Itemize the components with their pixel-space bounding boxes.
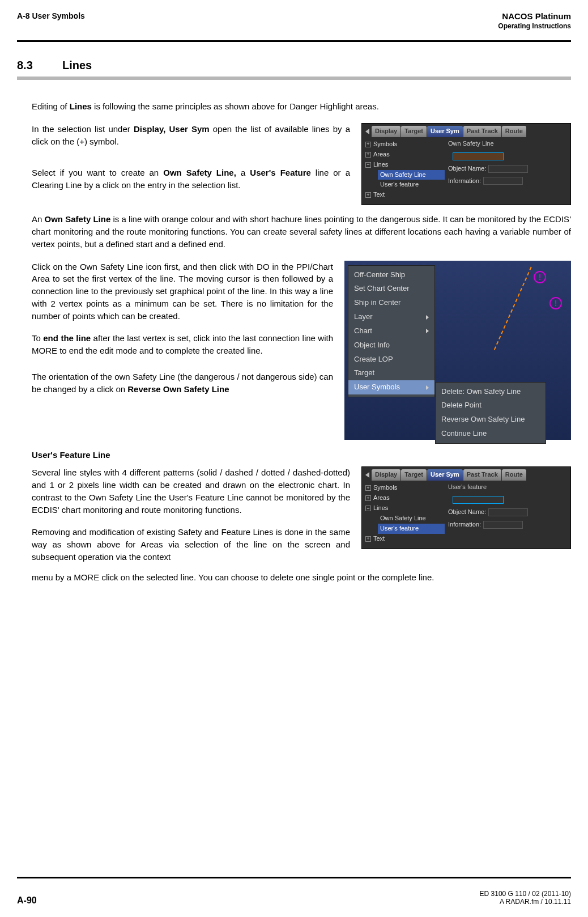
menu-layer[interactable]: Layer: [348, 310, 434, 324]
header-right: NACOS Platinum Operating Instructions: [498, 11, 571, 30]
submenu-continue-line[interactable]: Continue Line: [436, 427, 546, 441]
ui-panel-lines-own: Display Target User Sym Past Track Route…: [361, 123, 571, 206]
para-display-list: In the selection list under Display, Use…: [32, 123, 350, 148]
tree-symbols[interactable]: +Symbols: [365, 139, 445, 150]
information-input[interactable]: [483, 177, 523, 185]
menu-target[interactable]: Target: [348, 366, 434, 380]
subheading-user-feature: User's Feature Line: [32, 449, 571, 461]
section-heading: 8.3 Lines: [17, 59, 571, 72]
para-own-safety-def: An Own Safety Line is a line with orange…: [32, 213, 571, 250]
plus-icon[interactable]: +: [365, 485, 371, 491]
collapse-arrow-icon[interactable]: [365, 129, 369, 134]
file-id: A RADAR.fm / 10.11.11: [480, 898, 571, 906]
plus-icon[interactable]: +: [365, 536, 371, 542]
tab-target[interactable]: Target: [401, 126, 427, 137]
ui-panel-lines-feature: Display Target User Sym Past Track Route…: [361, 466, 571, 549]
menu-chart[interactable]: Chart: [348, 324, 434, 338]
submenu-delete-point[interactable]: Delete Point: [436, 398, 546, 413]
line-preview-icon[interactable]: [453, 496, 504, 504]
tab-target[interactable]: Target: [401, 469, 427, 481]
plus-icon[interactable]: +: [365, 495, 371, 501]
submenu-arrow-icon: [426, 385, 429, 390]
intro-para: Editing of Lines is following the same p…: [32, 100, 571, 113]
footer-rule: [17, 877, 571, 878]
doc-id: ED 3100 G 110 / 02 (2011-10): [480, 890, 571, 898]
section-rule: [17, 77, 571, 80]
tree-own-safety-line[interactable]: Own Safety Line: [378, 170, 445, 180]
context-submenu: Delete: Own Safety Line Delete Point Rev…: [435, 382, 546, 444]
exclamation-marker-icon: !: [549, 297, 562, 309]
collapse-arrow-icon[interactable]: [365, 472, 369, 478]
para-feature-desc: Several line styles with 4 different pat…: [32, 466, 350, 516]
header-left: A-8 User Symbols: [17, 11, 85, 20]
object-name-input[interactable]: [488, 508, 528, 516]
para-click-vertex: Click on the Own Safety Line icon first,…: [32, 261, 333, 322]
selected-type-label: Own Safety Line: [448, 139, 567, 148]
exclamation-marker-icon: !: [534, 271, 546, 283]
para-remove-cont: menu by a MORE click on the selected lin…: [32, 571, 571, 584]
submenu-arrow-icon: [426, 329, 429, 333]
tree-lines[interactable]: −Lines: [365, 503, 445, 513]
menu-set-chart-center[interactable]: Set Chart Center: [348, 282, 434, 296]
tree-areas[interactable]: +Areas: [365, 493, 445, 503]
menu-user-symbols[interactable]: User Symbols: [348, 380, 434, 394]
submenu-arrow-icon: [426, 315, 429, 320]
section-title: Lines: [62, 59, 92, 72]
tab-user-sym[interactable]: User Sym: [427, 126, 463, 137]
object-name-input[interactable]: [488, 165, 528, 173]
header-rule: [17, 40, 571, 42]
section-number: 8.3: [17, 59, 62, 72]
tab-route[interactable]: Route: [502, 469, 526, 481]
menu-off-center-ship[interactable]: Off-Center Ship: [348, 268, 434, 282]
tab-route[interactable]: Route: [502, 126, 526, 137]
plus-icon[interactable]: +: [365, 142, 371, 147]
context-menu-figure: ! ! Off-Center Ship Set Chart Center Shi…: [344, 261, 571, 440]
menu-ship-in-center[interactable]: Ship in Center: [348, 296, 434, 310]
tree-users-feature[interactable]: User's feature: [378, 180, 445, 190]
menu-object-info[interactable]: Object Info: [348, 338, 434, 353]
information-label: Information:: [448, 177, 481, 186]
minus-icon[interactable]: −: [365, 506, 371, 511]
footer-right: ED 3100 G 110 / 02 (2011-10) A RADAR.fm …: [480, 890, 571, 906]
information-input[interactable]: [483, 521, 523, 529]
tab-user-sym[interactable]: User Sym: [427, 469, 463, 481]
para-select-line: Select if you want to create an Own Safe…: [32, 167, 350, 192]
submenu-reverse-own-safety[interactable]: Reverse Own Safety Line: [436, 413, 546, 427]
tree-areas[interactable]: +Areas: [365, 150, 445, 160]
plus-icon[interactable]: +: [365, 192, 371, 198]
page-number: A-90: [17, 895, 37, 906]
plus-icon[interactable]: +: [365, 152, 371, 158]
tab-past-track[interactable]: Past Track: [463, 126, 501, 137]
para-remove-start: Removing and modification of existing Sa…: [32, 526, 350, 563]
tab-display[interactable]: Display: [372, 469, 400, 481]
menu-create-lop[interactable]: Create LOP: [348, 353, 434, 367]
para-reverse: The orientation of the own Safety Line (…: [32, 371, 333, 396]
tree-lines[interactable]: −Lines: [365, 160, 445, 170]
tree-text[interactable]: +Text: [365, 534, 445, 544]
product-title: NACOS Platinum: [498, 11, 571, 21]
tab-display[interactable]: Display: [372, 126, 400, 137]
para-end-line: To end the line after the last vertex is…: [32, 332, 333, 357]
line-preview-icon[interactable]: [453, 152, 504, 160]
tree-users-feature[interactable]: User's feature: [378, 524, 445, 534]
object-name-label: Object Name:: [448, 164, 486, 173]
tree-own-safety-line[interactable]: Own Safety Line: [378, 513, 445, 524]
tab-past-track[interactable]: Past Track: [463, 469, 501, 481]
minus-icon[interactable]: −: [365, 162, 371, 168]
selected-type-label: User's feature: [448, 483, 567, 492]
tree-text[interactable]: +Text: [365, 190, 445, 200]
tree-symbols[interactable]: +Symbols: [365, 483, 445, 493]
doc-type: Operating Instructions: [498, 22, 571, 30]
object-name-label: Object Name:: [448, 508, 486, 517]
submenu-delete-own-safety[interactable]: Delete: Own Safety Line: [436, 385, 546, 399]
context-menu: Off-Center Ship Set Chart Center Ship in…: [348, 265, 435, 398]
information-label: Information:: [448, 520, 481, 529]
